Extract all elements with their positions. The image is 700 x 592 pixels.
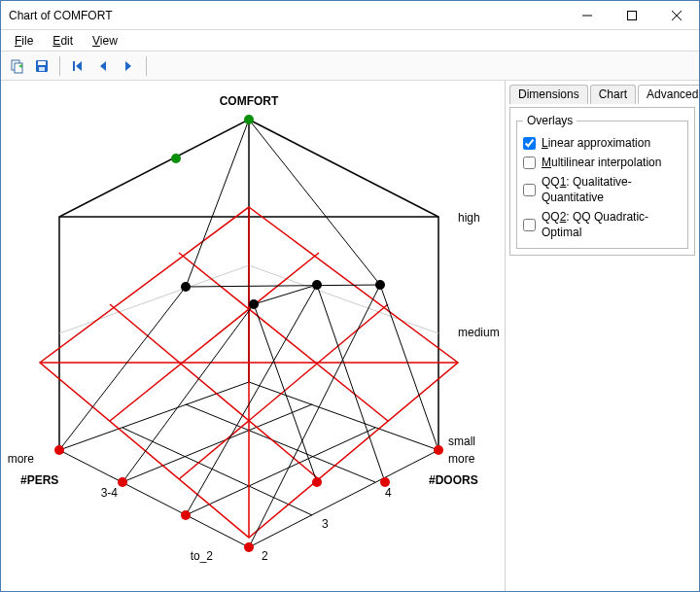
svg-rect-7: [38, 61, 46, 65]
nav-first-button[interactable]: [66, 54, 89, 78]
overlay-qq2[interactable]: QQ2: QQ Quadratic-Optimal: [523, 207, 682, 242]
svg-line-26: [186, 120, 249, 287]
x-tick-2: 2: [262, 549, 268, 563]
svg-point-48: [171, 154, 181, 163]
overlay-linear[interactable]: Linear approximation: [523, 133, 682, 153]
chart-svg: COMFORT high medium small more 4 3 2 #DO…: [1, 81, 507, 586]
x-axis-label: #DOORS: [429, 473, 478, 487]
minimize-button[interactable]: [565, 1, 610, 30]
app-window: Chart of COMFORT File Edit View: [0, 0, 700, 592]
overlay-multilinear-checkbox[interactable]: [523, 157, 536, 169]
x-tick-4: 4: [385, 486, 392, 500]
overlays-legend: Overlays: [523, 114, 577, 127]
y-tick-3-4: 3-4: [101, 486, 119, 500]
x-tick-3: 3: [322, 517, 329, 531]
x-tick-more: more: [448, 452, 475, 466]
svg-line-31: [186, 285, 380, 287]
svg-point-44: [249, 299, 259, 309]
tab-bar: Dimensions Chart Advanced: [509, 85, 695, 104]
y-axis-label: #PERS: [20, 473, 58, 487]
side-panel: Dimensions Chart Advanced Overlays Linea…: [505, 81, 699, 591]
save-button[interactable]: [30, 54, 53, 78]
overlay-qq1[interactable]: QQ1: Qualitative-Quantitative: [523, 172, 682, 207]
svg-line-35: [380, 285, 438, 450]
svg-line-25: [59, 287, 186, 450]
overlay-multilinear[interactable]: Multilinear interpolation: [523, 153, 682, 172]
svg-point-43: [181, 282, 191, 292]
svg-line-13: [186, 428, 375, 515]
svg-point-40: [312, 477, 322, 487]
svg-rect-8: [39, 67, 45, 71]
nav-prev-button[interactable]: [91, 54, 115, 78]
svg-rect-1: [628, 11, 637, 19]
svg-line-19: [110, 304, 319, 479]
tab-body-advanced: Overlays Linear approximation Multilinea…: [509, 107, 695, 256]
svg-point-45: [312, 280, 322, 290]
z-tick-high: high: [458, 211, 480, 225]
z-tick-medium: medium: [458, 326, 500, 339]
svg-line-16: [59, 265, 249, 333]
menu-edit[interactable]: Edit: [45, 32, 81, 50]
svg-line-15: [122, 428, 312, 515]
overlay-qq1-checkbox[interactable]: [523, 184, 536, 196]
svg-point-37: [118, 477, 127, 487]
tab-chart[interactable]: Chart: [590, 85, 636, 104]
overlay-qq2-checkbox[interactable]: [523, 219, 536, 231]
svg-point-39: [244, 542, 254, 552]
svg-line-28: [186, 285, 317, 515]
maximize-button[interactable]: [610, 1, 654, 30]
toolbar: [1, 52, 699, 81]
tab-advanced[interactable]: Advanced: [638, 85, 699, 104]
tab-dimensions[interactable]: Dimensions: [509, 85, 588, 104]
copy-button[interactable]: [5, 54, 28, 78]
overlay-linear-checkbox[interactable]: [523, 137, 536, 150]
titlebar: Chart of COMFORT: [1, 1, 699, 30]
svg-point-38: [181, 510, 191, 520]
menubar: File Edit View: [1, 30, 699, 52]
svg-line-17: [249, 265, 438, 333]
svg-line-30: [249, 120, 380, 285]
y-tick-to2: to_2: [191, 549, 214, 563]
svg-point-46: [375, 280, 385, 290]
menu-file[interactable]: File: [7, 32, 41, 50]
svg-rect-5: [15, 63, 22, 73]
toolbar-separator-2: [146, 56, 147, 76]
overlays-group: Overlays Linear approximation Multilinea…: [516, 114, 688, 249]
svg-line-21: [179, 304, 388, 479]
menu-view[interactable]: View: [85, 32, 125, 50]
z-tick-small: small: [448, 435, 475, 448]
svg-point-47: [244, 115, 254, 124]
chart-title: COMFORT: [220, 94, 279, 108]
window-title: Chart of COMFORT: [9, 9, 565, 22]
y-tick-more: more: [8, 452, 35, 466]
chart-pane: COMFORT high medium small more 4 3 2 #DO…: [1, 81, 505, 591]
content-area: COMFORT high medium small more 4 3 2 #DO…: [1, 81, 699, 591]
svg-point-42: [434, 445, 443, 455]
close-button[interactable]: [654, 1, 699, 30]
svg-point-36: [54, 445, 64, 455]
nav-next-button[interactable]: [117, 54, 140, 78]
toolbar-separator: [59, 56, 60, 76]
svg-line-33: [254, 304, 317, 482]
